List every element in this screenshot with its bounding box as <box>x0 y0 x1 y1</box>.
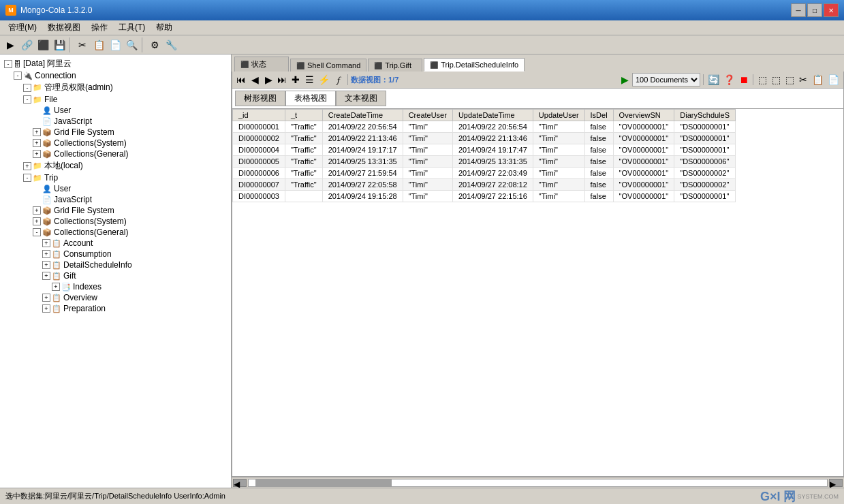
table-cell: "Timi" <box>533 179 584 191</box>
tree-item[interactable]: -📦Collections(General) <box>3 227 228 238</box>
expand-btn[interactable]: - <box>23 174 31 182</box>
expand-btn[interactable]: - <box>23 84 31 92</box>
tree-item[interactable]: -📁File <box>3 94 228 105</box>
expand-btn[interactable]: + <box>42 272 50 280</box>
btn-b[interactable]: ⬚ <box>770 74 782 86</box>
tb-btn-10[interactable]: 🔧 <box>163 37 178 52</box>
btn-d[interactable]: ✂ <box>797 74 809 86</box>
tree-item[interactable]: 📄JavaScript <box>3 116 228 127</box>
tree-item[interactable]: +📦Collections(General) <box>3 148 228 159</box>
tree-item[interactable]: -📁管理员权限(admin) <box>3 81 228 94</box>
expand-btn[interactable]: + <box>33 128 41 136</box>
expand-btn[interactable]: + <box>33 206 41 215</box>
scroll-left[interactable]: ◀ <box>233 479 247 487</box>
tree-node-icon: 👤 <box>42 185 52 193</box>
nav-next[interactable]: ▶ <box>262 74 275 86</box>
expand-btn[interactable]: + <box>42 239 50 247</box>
expand-btn[interactable]: - <box>14 72 22 80</box>
tree-item[interactable]: 📄JavaScript <box>3 194 228 205</box>
btn-f[interactable]: 📄 <box>826 74 841 86</box>
btn-e[interactable]: 📋 <box>811 74 825 86</box>
tab-tripgift[interactable]: ⬛Trip.Gift <box>368 59 422 72</box>
minimize-button[interactable]: ─ <box>791 3 806 17</box>
nav-first[interactable]: ⏮ <box>235 74 247 86</box>
filter-btn[interactable]: ⚡ <box>317 74 331 86</box>
table-row[interactable]: DI00000001"Traffic"2014/09/22 20:56:54"T… <box>233 121 736 133</box>
expand-btn[interactable]: + <box>42 250 50 258</box>
tb-btn-4[interactable]: 💾 <box>52 37 67 52</box>
tree-item[interactable]: +📦Grid File System <box>3 127 228 138</box>
table-row[interactable]: DI00000006"Traffic"2014/09/27 21:59:54"T… <box>233 168 736 179</box>
tree-item[interactable]: -🔌Connection <box>3 70 228 81</box>
menu-operations[interactable]: 操作 <box>86 20 113 35</box>
expand-btn[interactable]: - <box>4 60 12 68</box>
menu-dataview[interactable]: 数据视图 <box>42 20 86 35</box>
tab-status[interactable]: ⬛状态 <box>234 57 289 72</box>
table-row[interactable]: DI00000004"Traffic"2014/09/24 19:17:17"T… <box>233 144 736 156</box>
expand-btn[interactable]: + <box>33 217 41 225</box>
menu-tools[interactable]: 工具(T) <box>113 20 151 35</box>
expand-btn[interactable]: + <box>42 304 50 313</box>
table-row[interactable]: DI00000007"Traffic"2014/09/27 22:05:58"T… <box>233 179 736 191</box>
tree-item[interactable]: +📑Indexes <box>3 281 228 292</box>
tree-item[interactable]: +📋DetailScheduleInfo <box>3 259 228 270</box>
h-scroll[interactable]: ◀ ▶ <box>232 477 844 488</box>
tree-item[interactable]: +📋Preparation <box>3 303 228 314</box>
tb-btn-9[interactable]: ⚙ <box>147 37 162 52</box>
expand-btn[interactable]: + <box>42 261 50 269</box>
btn-a[interactable]: ⬚ <box>756 74 768 86</box>
list-btn[interactable]: ☰ <box>303 74 315 86</box>
tab-tripdetail[interactable]: ⬛Trip.DetailScheduleInfo <box>424 58 525 72</box>
expand-btn[interactable]: + <box>42 294 50 302</box>
expand-btn[interactable]: + <box>52 283 60 291</box>
tb-btn-5[interactable]: ✂ <box>75 37 90 52</box>
tb-btn-2[interactable]: 🔗 <box>19 37 34 52</box>
tree-item[interactable]: +📦Grid File System <box>3 205 228 216</box>
btn-c[interactable]: ⬚ <box>783 74 796 86</box>
tree-item[interactable]: -🗄[Data] 阿里云 <box>3 57 228 70</box>
tree-item[interactable]: +📁本地(local) <box>3 159 228 172</box>
tree-item[interactable]: +📦Collections(System) <box>3 216 228 227</box>
view-tab-tree[interactable]: 树形视图 <box>235 91 285 106</box>
tb-btn-3[interactable]: ⬛ <box>35 37 50 52</box>
tree-item[interactable]: 👤User <box>3 183 228 194</box>
refresh-btn[interactable]: 🔄 <box>706 74 721 86</box>
add-btn[interactable]: ✚ <box>290 74 302 86</box>
play-btn[interactable]: ▶ <box>619 74 631 86</box>
view-tab-table[interactable]: 表格视图 <box>285 91 336 106</box>
close-button[interactable]: ✕ <box>824 3 839 17</box>
tb-btn-8[interactable]: 🔍 <box>124 37 139 52</box>
table-row[interactable]: DI00000002"Traffic"2014/09/22 21:13:46"T… <box>233 133 736 144</box>
stop-btn[interactable]: ⏹ <box>738 74 750 86</box>
expand-btn[interactable]: + <box>33 150 41 158</box>
maximize-button[interactable]: □ <box>807 3 822 17</box>
tree-item[interactable]: +📋Consumption <box>3 249 228 259</box>
table-row[interactable]: DI000000032014/09/24 19:15:28"Timi"2014/… <box>233 191 736 202</box>
help-btn[interactable]: ❓ <box>722 74 736 86</box>
menu-manage[interactable]: 管理(M) <box>3 20 42 35</box>
tree-item[interactable]: 👤User <box>3 105 228 116</box>
expand-btn[interactable]: - <box>33 228 41 236</box>
tree-item[interactable]: -📁Trip <box>3 172 228 183</box>
content-panel: ⬛状态⬛Shell Command⬛Trip.Gift⬛Trip.DetailS… <box>232 54 844 488</box>
view-tab-text[interactable]: 文本视图 <box>336 91 386 106</box>
tb-btn-1[interactable]: ▶ <box>3 37 18 52</box>
expand-btn[interactable]: + <box>23 162 31 170</box>
expand-btn[interactable]: + <box>33 139 41 147</box>
nav-last[interactable]: ⏭ <box>276 74 288 86</box>
menu-help[interactable]: 帮助 <box>151 20 178 35</box>
documents-select[interactable]: 100 Documents <box>632 73 700 86</box>
scrollbar-thumb[interactable] <box>255 479 392 486</box>
table-row[interactable]: DI00000005"Traffic"2014/09/25 13:31:35"T… <box>233 156 736 168</box>
expand-btn[interactable]: - <box>23 95 31 104</box>
nav-prev[interactable]: ◀ <box>249 74 261 86</box>
scroll-right[interactable]: ▶ <box>829 479 843 487</box>
tree-item[interactable]: +📋Overview <box>3 292 228 303</box>
tb-btn-7[interactable]: 📄 <box>108 37 123 52</box>
tree-item[interactable]: +📋Gift <box>3 270 228 281</box>
tree-item[interactable]: +📦Collections(System) <box>3 138 228 148</box>
func-btn[interactable]: 𝑓 <box>332 74 345 86</box>
tb-btn-6[interactable]: 📋 <box>91 37 106 52</box>
tree-item[interactable]: +📋Account <box>3 238 228 249</box>
tab-shell[interactable]: ⬛Shell Command <box>290 59 366 72</box>
